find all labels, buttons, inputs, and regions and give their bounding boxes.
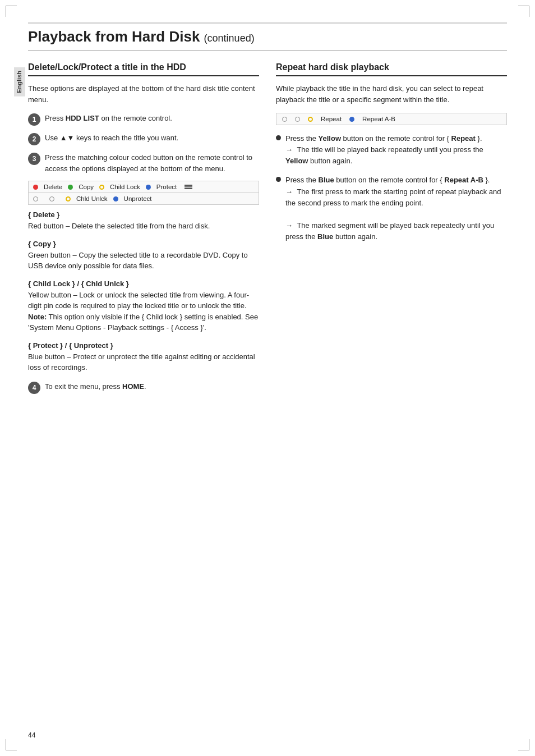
def-copy-title: { Copy } xyxy=(28,240,259,248)
page-continued-text: (continued) xyxy=(204,33,255,44)
dot-yellow-circle xyxy=(99,185,104,190)
step-1: 1 Press HDD LIST on the remote control. xyxy=(28,113,259,126)
repeat-ab-label: Repeat A-B xyxy=(362,116,395,122)
bullet-dot-2 xyxy=(276,177,281,182)
step-4-text: To exit the menu, press HOME. xyxy=(45,381,146,392)
repeat-dot-empty-2 xyxy=(295,117,300,122)
bullet-blue-text: Press the Blue button on the remote cont… xyxy=(285,175,507,242)
dot-yellow-circle-2 xyxy=(66,196,71,201)
btn-copy-label: Copy xyxy=(79,184,94,190)
left-intro: These options are displayed at the botto… xyxy=(28,83,259,105)
bullet-yellow: Press the Yellow button on the remote co… xyxy=(276,133,507,167)
right-column: Repeat hard disk playback While playback… xyxy=(276,62,507,401)
left-section-heading: Delete/Lock/Protect a title in the HDD xyxy=(28,62,259,76)
page-title-text: Playback from Hard Disk xyxy=(28,28,200,45)
def-childlock-title: { Child Lock } / { Chld Unlck } xyxy=(28,280,259,288)
step-3-text: Press the matching colour coded button o… xyxy=(45,152,259,174)
def-protect-title: { Protect } / { Unprotect } xyxy=(28,341,259,350)
sidebar-language-label: English xyxy=(14,67,25,97)
dot-empty-2 xyxy=(49,196,54,201)
bullet-yellow-text: Press the Yellow button on the remote co… xyxy=(285,133,507,167)
dot-green xyxy=(68,185,73,190)
right-section-heading: Repeat hard disk playback xyxy=(276,62,507,76)
step-4: 4 To exit the menu, press HOME. xyxy=(28,381,259,394)
def-protect-text: Blue button – Protect or unprotect the t… xyxy=(28,351,259,373)
btn-unprotect-label: Unprotect xyxy=(124,195,152,202)
btn-childlock-label: Child Lock xyxy=(110,184,140,190)
step-1-number: 1 xyxy=(28,113,40,126)
repeat-dot-yellow xyxy=(308,117,313,122)
button-bar-top: Delete Copy Child Lock Protect xyxy=(29,181,259,193)
dot-blue-bottom xyxy=(113,196,118,201)
def-protect: { Protect } / { Unprotect } Blue button … xyxy=(28,341,259,373)
corner-bl xyxy=(6,739,17,750)
right-intro: While playback the title in the hard dis… xyxy=(276,83,507,105)
def-delete: { Delete } Red button – Delete the selec… xyxy=(28,210,259,232)
def-childlock-text: Yellow button – Lock or unlock the selec… xyxy=(28,290,259,333)
def-delete-title: { Delete } xyxy=(28,210,259,219)
btn-protect-label: Protect xyxy=(156,184,177,190)
dot-blue-top xyxy=(146,185,151,190)
repeat-dot-blue xyxy=(349,117,354,122)
step-2-number: 2 xyxy=(28,133,40,145)
step-1-text: Press HDD LIST on the remote control. xyxy=(45,113,172,124)
def-copy: { Copy } Green button – Copy the selecte… xyxy=(28,240,259,272)
corner-tl xyxy=(6,6,17,17)
corner-tr xyxy=(518,6,529,17)
btn-delete-label: Delete xyxy=(44,184,62,190)
bullet-blue: Press the Blue button on the remote cont… xyxy=(276,175,507,242)
def-delete-text: Red button – Delete the selected title f… xyxy=(28,221,259,232)
btn-childunlck-label: Chld Unlck xyxy=(76,195,108,202)
step-4-number: 4 xyxy=(28,382,40,394)
button-bar-container: Delete Copy Child Lock Protect xyxy=(28,181,259,205)
page-title: Playback from Hard Disk (continued) xyxy=(28,22,507,51)
def-copy-text: Green button – Copy the selected title t… xyxy=(28,250,259,272)
repeat-label: Repeat xyxy=(321,116,342,122)
step-2-text: Use ▲▼ keys to reach the title you want. xyxy=(45,132,178,144)
repeat-dot-empty-1 xyxy=(282,117,287,122)
def-childlock: { Child Lock } / { Chld Unlck } Yellow b… xyxy=(28,280,259,333)
separator-icon xyxy=(185,185,192,189)
step-3-number: 3 xyxy=(28,153,40,165)
page-number: 44 xyxy=(28,731,35,739)
button-bar-bottom: Chld Unlck Unprotect xyxy=(29,193,259,204)
step-2: 2 Use ▲▼ keys to reach the title you wan… xyxy=(28,132,259,145)
page-container: English Playback from Hard Disk (continu… xyxy=(0,0,535,756)
content-columns: Delete/Lock/Protect a title in the HDD T… xyxy=(28,62,507,401)
left-column: Delete/Lock/Protect a title in the HDD T… xyxy=(28,62,259,401)
repeat-bar: Repeat Repeat A-B xyxy=(276,113,507,125)
bullet-dot-1 xyxy=(276,135,281,140)
step-3: 3 Press the matching colour coded button… xyxy=(28,152,259,174)
dot-red xyxy=(33,185,38,190)
corner-br xyxy=(518,739,529,750)
dot-empty-1 xyxy=(33,196,38,201)
